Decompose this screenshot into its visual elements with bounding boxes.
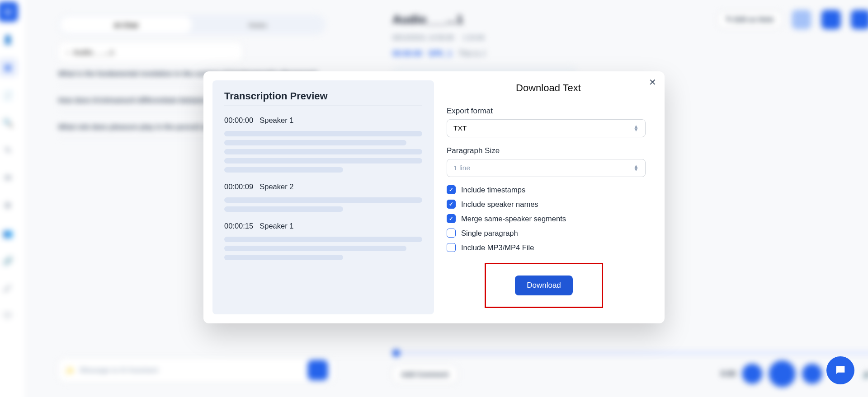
preview-text-line xyxy=(224,149,422,154)
checkbox-label: Include speaker names xyxy=(461,200,538,209)
chat-bubble-icon xyxy=(834,364,847,377)
export-format-label: Export format xyxy=(447,107,650,116)
checkbox-row[interactable]: Include MP3/MP4 File xyxy=(447,243,650,252)
segment-timestamp: 00:00:09 xyxy=(224,182,253,191)
segment-speaker: Speaker 2 xyxy=(259,182,293,191)
modal-title: Download Text xyxy=(447,82,650,94)
chevron-updown-icon: ▲▼ xyxy=(633,165,639,171)
chat-fab[interactable] xyxy=(826,356,854,384)
checkbox-group: Include timestampsInclude speaker namesM… xyxy=(447,185,650,252)
checkbox-row[interactable]: Include speaker names xyxy=(447,200,650,209)
segment-timestamp: 00:00:15 xyxy=(224,222,253,230)
segment-speaker: Speaker 1 xyxy=(259,222,293,230)
preview-text-line xyxy=(224,255,343,260)
checkbox[interactable] xyxy=(447,214,456,223)
checkbox[interactable] xyxy=(447,200,456,209)
download-button[interactable]: Download xyxy=(515,276,573,295)
checkbox[interactable] xyxy=(447,229,456,238)
preview-segment: 00:00:09Speaker 2 xyxy=(224,182,422,212)
download-options: Download Text Export format TXT ▲▼ Parag… xyxy=(434,71,665,314)
preview-segment: 00:00:15Speaker 1 xyxy=(224,222,422,260)
segment-speaker: Speaker 1 xyxy=(259,116,293,125)
preview-text-line xyxy=(224,246,406,251)
preview-title: Transcription Preview xyxy=(224,90,422,106)
download-text-modal: ✕ Transcription Preview 00:00:00Speaker … xyxy=(203,71,665,323)
paragraph-size-select[interactable]: 1 line ▲▼ xyxy=(447,159,646,177)
preview-text-line xyxy=(224,131,422,136)
preview-segment: 00:00:00Speaker 1 xyxy=(224,116,422,173)
modal-overlay: ✕ Transcription Preview 00:00:00Speaker … xyxy=(0,0,868,397)
preview-text-line xyxy=(224,197,422,203)
paragraph-size-label: Paragraph Size xyxy=(447,146,650,155)
preview-text-line xyxy=(224,158,422,163)
preview-text-line xyxy=(224,206,343,212)
checkbox[interactable] xyxy=(447,185,456,194)
checkbox-label: Include timestamps xyxy=(461,186,525,194)
close-icon[interactable]: ✕ xyxy=(649,78,656,87)
export-format-select[interactable]: TXT ▲▼ xyxy=(447,119,646,137)
checkbox-row[interactable]: Include timestamps xyxy=(447,185,650,194)
segment-timestamp: 00:00:00 xyxy=(224,116,253,125)
checkbox-row[interactable]: Single paragraph xyxy=(447,229,650,238)
checkbox-label: Merge same-speaker segments xyxy=(461,215,566,223)
checkbox[interactable] xyxy=(447,243,456,252)
checkbox-row[interactable]: Merge same-speaker segments xyxy=(447,214,650,223)
checkbox-label: Include MP3/MP4 File xyxy=(461,243,534,252)
transcription-preview: Transcription Preview 00:00:00Speaker 10… xyxy=(212,80,434,314)
download-highlight-box: Download xyxy=(485,263,603,308)
preview-text-line xyxy=(224,140,406,145)
checkbox-label: Single paragraph xyxy=(461,229,518,238)
chevron-updown-icon: ▲▼ xyxy=(633,125,639,131)
preview-text-line xyxy=(224,167,343,173)
preview-text-line xyxy=(224,237,422,242)
